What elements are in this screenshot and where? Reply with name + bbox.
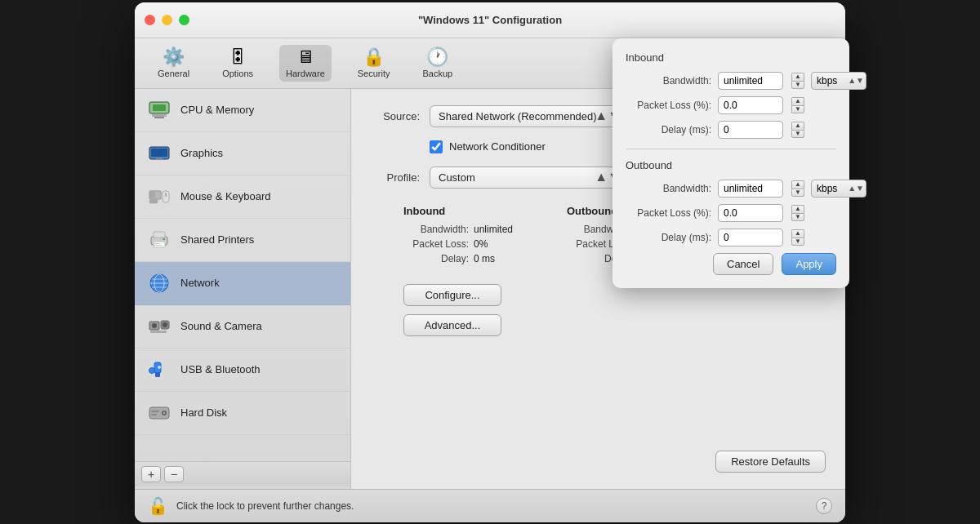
security-label: Security <box>358 69 390 78</box>
panel-buttons: Cancel Apply <box>626 253 836 275</box>
bottom-bar: 🔓 Click the lock to prevent further chan… <box>135 489 845 522</box>
sidebar-footer: + − <box>135 461 351 486</box>
svg-rect-3 <box>154 117 164 118</box>
configure-button[interactable]: Configure... <box>403 284 501 306</box>
inbound-bandwidth-row: Bandwidth: unlimited <box>403 224 534 235</box>
mouse-icon <box>146 184 172 210</box>
svg-rect-28 <box>150 331 167 333</box>
svg-rect-37 <box>151 414 157 415</box>
inbound-bandwidth-unit-select[interactable]: kbps Mbps Gbps <box>811 72 866 90</box>
svg-rect-6 <box>156 158 163 160</box>
profile-select[interactable]: Custom Default <box>430 167 626 189</box>
source-select[interactable]: Shared Network (Recommended) Custom <box>430 105 626 127</box>
toolbar-general[interactable]: ⚙️ General <box>151 45 196 82</box>
svg-rect-36 <box>151 411 159 412</box>
svg-rect-17 <box>154 243 160 244</box>
panel-inbound-packetloss-input[interactable] <box>718 96 783 114</box>
source-select-wrapper: Shared Network (Recommended) Custom ▲▼ <box>430 105 626 127</box>
svg-point-25 <box>152 323 157 328</box>
toolbar-options[interactable]: 🎛 Options <box>216 45 260 82</box>
svg-rect-5 <box>151 149 167 157</box>
toolbar-hardware[interactable]: 🖥 Hardware <box>279 45 332 82</box>
svg-rect-10 <box>155 192 160 198</box>
panel-inbound-bandwidth-input[interactable] <box>718 72 783 90</box>
svg-rect-16 <box>163 238 165 240</box>
advanced-button[interactable]: Advanced... <box>403 314 501 336</box>
panel-outbound-bandwidth-input[interactable] <box>718 180 783 198</box>
svg-point-32 <box>149 367 155 373</box>
svg-rect-9 <box>149 200 158 203</box>
sidebar-item-sound[interactable]: Sound & Camera <box>135 305 350 349</box>
source-label: Source: <box>371 110 420 122</box>
panel-outbound-packetloss-input[interactable] <box>718 204 783 222</box>
sound-icon <box>146 313 172 340</box>
outbound-packetloss-stepper: ▲ ▼ <box>791 205 804 221</box>
toolbar-security[interactable]: 🔒 Security <box>351 45 397 82</box>
outbound-bandwidth-unit-select[interactable]: kbps Mbps Gbps <box>811 180 866 198</box>
help-button[interactable]: ? <box>816 498 832 514</box>
inbound-packetloss-down[interactable]: ▼ <box>791 105 804 113</box>
inbound-packetloss-up[interactable]: ▲ <box>791 97 804 105</box>
outbound-bandwidth-down[interactable]: ▼ <box>791 189 804 197</box>
sidebar-item-harddisk[interactable]: Hard Disk <box>135 392 350 435</box>
minimize-button[interactable] <box>162 15 172 25</box>
network-conditioner-label: Network Conditioner <box>449 140 546 153</box>
inbound-bandwidth-down[interactable]: ▼ <box>791 81 804 89</box>
maximize-button[interactable] <box>179 15 189 25</box>
add-sidebar-button[interactable]: + <box>141 466 161 482</box>
outbound-packetloss-down[interactable]: ▼ <box>791 213 804 221</box>
close-button[interactable] <box>145 15 155 25</box>
outbound-packetloss-up[interactable]: ▲ <box>791 205 804 213</box>
window-title: "Windows 11" Configuration <box>418 14 562 26</box>
options-icon: 🎛 <box>229 48 247 66</box>
harddisk-icon <box>146 400 172 426</box>
panel-inbound-packetloss-row: Packet Loss (%): ▲ ▼ <box>626 96 836 114</box>
inbound-bandwidth-up[interactable]: ▲ <box>791 73 804 81</box>
window-controls <box>145 15 189 25</box>
backup-label: Backup <box>423 69 453 78</box>
svg-rect-12 <box>165 193 167 197</box>
usb-icon <box>146 357 172 383</box>
button-row: Configure... Advanced... <box>403 284 826 336</box>
panel-outbound-packetloss-label: Packet Loss (%): <box>626 207 711 219</box>
lock-icon[interactable]: 🔓 <box>148 496 168 516</box>
sidebar-item-printers[interactable]: Shared Printers <box>135 219 350 262</box>
floating-panel: Inbound Bandwidth: ▲ ▼ kbps Mbps Gbps ▲▼… <box>612 38 849 288</box>
panel-cancel-button[interactable]: Cancel <box>713 253 773 275</box>
hardware-label: Hardware <box>286 69 325 78</box>
sidebar-item-network[interactable]: Network <box>135 262 350 305</box>
main-window: "Windows 11" Configuration ⚙️ General 🎛 … <box>135 2 845 522</box>
security-icon: 🔒 <box>363 48 385 66</box>
panel-outbound-delay-row: Delay (ms): ▲ ▼ <box>626 229 836 246</box>
sidebar-item-usb[interactable]: USB & Bluetooth <box>135 349 350 392</box>
sidebar-item-mouse[interactable]: Mouse & Keyboard <box>135 175 350 219</box>
cpu-label: CPU & Memory <box>180 104 254 116</box>
inbound-bandwidth-label: Bandwidth: <box>403 224 469 235</box>
toolbar-backup[interactable]: 🕐 Backup <box>416 45 460 82</box>
svg-rect-14 <box>154 232 165 238</box>
network-conditioner-checkbox[interactable] <box>430 140 443 153</box>
sidebar-item-graphics[interactable]: Graphics <box>135 132 350 175</box>
usb-label: USB & Bluetooth <box>180 363 261 375</box>
panel-outbound-delay-input[interactable] <box>718 229 783 246</box>
svg-point-35 <box>163 411 165 413</box>
svg-rect-8 <box>150 192 155 198</box>
options-label: Options <box>222 69 253 78</box>
panel-inbound-delay-input[interactable] <box>718 121 783 139</box>
panel-divider <box>626 149 836 149</box>
sidebar: CPU & Memory Graphics <box>135 89 351 489</box>
panel-apply-button[interactable]: Apply <box>782 253 836 275</box>
outbound-delay-up[interactable]: ▲ <box>791 229 804 238</box>
inbound-delay-down[interactable]: ▼ <box>791 130 804 138</box>
inbound-delay-up[interactable]: ▲ <box>791 122 804 130</box>
remove-sidebar-button[interactable]: − <box>164 466 184 482</box>
outbound-bandwidth-up[interactable]: ▲ <box>791 180 804 189</box>
inbound-delay-value: 0 ms <box>474 253 495 264</box>
sidebar-item-cpu[interactable]: CPU & Memory <box>135 89 350 132</box>
outbound-delay-down[interactable]: ▼ <box>791 238 804 246</box>
hardware-icon: 🖥 <box>296 48 314 66</box>
svg-rect-1 <box>153 104 166 111</box>
backup-icon: 🕐 <box>426 48 448 66</box>
graphics-icon <box>146 140 172 167</box>
restore-defaults-button[interactable]: Restore Defaults <box>715 451 826 473</box>
